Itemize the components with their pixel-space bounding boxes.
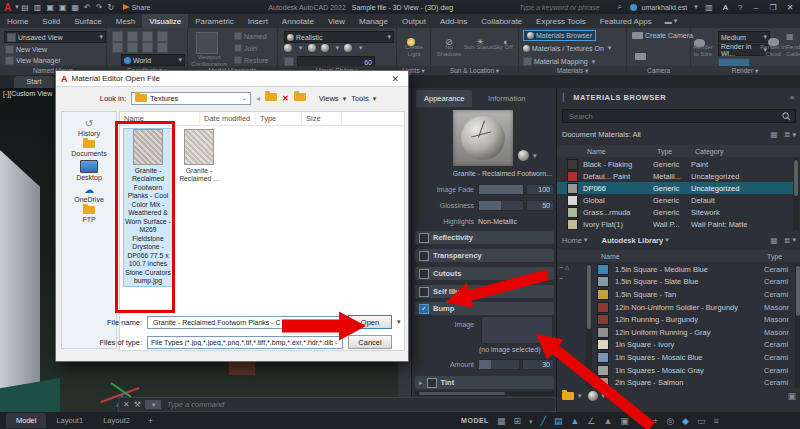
- material-preview[interactable]: [453, 110, 513, 166]
- sun-status-button[interactable]: Sun Status: [464, 44, 496, 51]
- material-section-header[interactable]: Cutouts: [415, 267, 554, 280]
- customize-wrench-icon[interactable]: ⚒: [134, 400, 141, 409]
- gear-icon[interactable]: [637, 416, 645, 426]
- document-material-row[interactable]: Ivory Flat(1) Wall P... Wall Paint: Matt…: [557, 218, 793, 230]
- views-dropdown[interactable]: Views ▾: [319, 94, 346, 103]
- viewport-controls-label[interactable]: [-][Custom View: [3, 90, 52, 97]
- place-history[interactable]: ↺ History: [78, 118, 100, 137]
- isolate-icon[interactable]: [666, 416, 674, 426]
- new-view-button[interactable]: New View: [5, 45, 47, 54]
- document-material-row[interactable]: Black - Flaking Generic Paint: [557, 158, 793, 170]
- list-view-icon[interactable]: ≣: [784, 130, 791, 139]
- ribbon-tab[interactable]: Mesh: [109, 14, 143, 28]
- create-camera-button[interactable]: Create Camera: [632, 32, 693, 39]
- person-icon[interactable]: [570, 416, 579, 426]
- camera-icon[interactable]: [635, 46, 646, 64]
- collapse-icon[interactable]: −: [559, 264, 563, 271]
- caret-down-icon[interactable]: ▾: [694, 3, 698, 11]
- caret-down-icon[interactable]: ▾: [792, 131, 796, 139]
- panel-label[interactable]: Materials ▾: [519, 66, 626, 75]
- list-view-icon[interactable]: ≣: [784, 236, 791, 245]
- library-material-row[interactable]: 1.5in Square - Tan Cerami: [593, 288, 794, 301]
- ribbon-tab[interactable]: Featured Apps: [593, 14, 659, 28]
- library-material-row[interactable]: 1.5in Square - Slate Blue Cerami: [593, 276, 794, 289]
- ribbon-tab[interactable]: View: [321, 14, 352, 28]
- ribbon-tab[interactable]: Home: [0, 14, 35, 28]
- horizontal-scrollbar[interactable]: [415, 391, 554, 396]
- panel-label[interactable]: Sun & Location ▾: [431, 66, 518, 75]
- library-material-row[interactable]: 12in Running - Burgundy Masonr: [593, 313, 794, 326]
- bump-amount-slider[interactable]: [478, 359, 520, 370]
- place-onedrive[interactable]: ☁ OneDrive: [74, 184, 104, 203]
- caret-down-icon[interactable]: ▾: [584, 236, 588, 244]
- ribbon-tab[interactable]: Visualize: [142, 14, 188, 28]
- autodesk-app-icon[interactable]: A: [723, 3, 728, 12]
- cart-icon[interactable]: ▥: [705, 3, 713, 12]
- expand-arr-icon[interactable]: ▸: [419, 379, 423, 387]
- render-gallery-button[interactable]: Render Gallery: [786, 44, 800, 57]
- no-shadows-button[interactable]: No Shadows: [432, 44, 466, 57]
- look-in-dropdown[interactable]: Textures ⌄: [131, 92, 251, 105]
- checkbox-icon[interactable]: [419, 251, 429, 261]
- ribbon-tab[interactable]: Insert: [241, 14, 275, 28]
- open-dropdown-icon[interactable]: ▾: [397, 318, 401, 326]
- person2-icon[interactable]: [603, 416, 612, 426]
- place-desktop[interactable]: Desktop: [76, 160, 102, 181]
- save-as-icon[interactable]: ▣: [59, 3, 67, 12]
- style-sphere-icon[interactable]: [308, 44, 316, 52]
- document-material-row[interactable]: Grass...rmuda Generic Sitework: [557, 206, 793, 218]
- tab-information[interactable]: Information: [480, 90, 534, 107]
- ribbon-tab[interactable]: Express Tools: [529, 14, 593, 28]
- viewport-configuration-icon[interactable]: [196, 32, 218, 54]
- glossiness-value[interactable]: 50: [526, 200, 554, 211]
- material-mapping-button[interactable]: Material Mapping▾: [523, 57, 595, 66]
- library-material-row[interactable]: 12in Non-Uniform Soldier - Burgundy Maso…: [593, 301, 794, 314]
- undo-icon[interactable]: ↶: [84, 3, 91, 12]
- panel-menu-icon[interactable]: ≡: [790, 93, 795, 102]
- library-material-row[interactable]: 1in Squares - Mosaic Gray Cerami: [593, 364, 794, 377]
- ribbon-tab[interactable]: Collaborate: [474, 14, 529, 28]
- open-file-icon[interactable]: ▥: [34, 3, 42, 12]
- style-sphere-icon[interactable]: [344, 44, 352, 52]
- create-light-button[interactable]: Create Light: [399, 44, 429, 57]
- snap-icon[interactable]: [554, 416, 563, 426]
- search-icon[interactable]: ⌕: [618, 2, 622, 12]
- cancel-button[interactable]: Cancel: [348, 335, 392, 349]
- open-editor-icon[interactable]: ▣: [787, 391, 796, 401]
- delete-icon[interactable]: ✕: [282, 94, 289, 103]
- tools-dropdown[interactable]: Tools ▾: [351, 94, 376, 103]
- ribbon-tab[interactable]: Annotate: [275, 14, 321, 28]
- materials-search-box[interactable]: [562, 109, 796, 123]
- ucs-dropdown[interactable]: World▾: [121, 54, 185, 66]
- visual-style-dropdown[interactable]: Realistic▾: [284, 31, 394, 43]
- clean-icon[interactable]: [697, 416, 706, 426]
- library-manage-dropdown[interactable]: ▾: [562, 392, 582, 400]
- vertical-scrollbar[interactable]: [793, 158, 799, 230]
- checkbox-icon[interactable]: [419, 269, 429, 279]
- menu-icon[interactable]: [713, 416, 718, 426]
- keyword-search-input[interactable]: [517, 3, 613, 12]
- file-name-input[interactable]: [151, 318, 333, 327]
- library-material-row[interactable]: 2in Square - Salmon Cerami: [593, 376, 794, 389]
- username-label[interactable]: umarkhalid.est: [642, 4, 688, 11]
- panel-label[interactable]: Render ▾: [690, 66, 800, 75]
- save-icon[interactable]: ▣: [46, 3, 54, 12]
- library-tree[interactable]: − ⌂ −: [559, 264, 585, 282]
- start-tab[interactable]: Start: [14, 76, 54, 88]
- new-folder-icon[interactable]: [294, 93, 306, 103]
- library-home-button[interactable]: Home: [562, 236, 582, 245]
- rocket-icon[interactable]: [682, 416, 689, 426]
- highlights-value[interactable]: Non-Metallic: [478, 218, 517, 225]
- caret-down-icon[interactable]: ▾: [792, 236, 796, 244]
- open-button[interactable]: Open: [348, 315, 392, 329]
- material-section-header[interactable]: Self Illumination: [415, 285, 554, 298]
- angle-icon[interactable]: [587, 416, 595, 426]
- caret-down-icon[interactable]: ▾: [15, 3, 19, 11]
- model-space-label[interactable]: MODEL: [461, 417, 489, 424]
- grid-view-icon[interactable]: ▦: [770, 130, 778, 139]
- panel-label[interactable]: Camera: [627, 66, 690, 75]
- render-gallery-icon[interactable]: ▦: [786, 32, 794, 41]
- close-icon[interactable]: ✕: [784, 3, 796, 12]
- share-icon[interactable]: [123, 4, 130, 10]
- home-icon[interactable]: ⌂: [565, 264, 569, 271]
